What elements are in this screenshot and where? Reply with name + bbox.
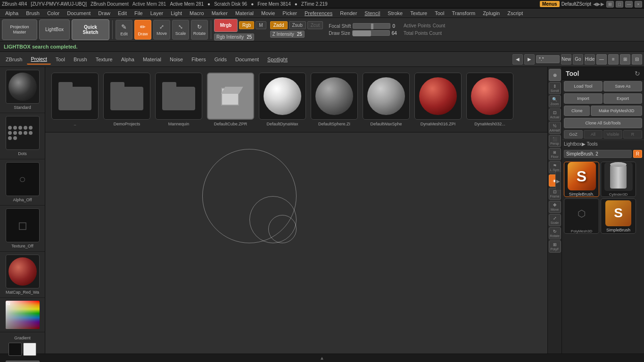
lightbox-dynawax-item[interactable]: DefaultDynaWax [256, 71, 308, 128]
lightbox-cube-item[interactable]: DefaultCube.ZPR [205, 71, 256, 128]
alpha-off-item[interactable]: ○ Alpha_Off [0, 159, 45, 206]
zoom-indicator[interactable]: ⊕ [549, 69, 561, 81]
clone-button[interactable]: Clone [564, 106, 590, 116]
r-badge[interactable]: R [633, 150, 642, 158]
persp-button[interactable]: ⬛ Persp [549, 135, 561, 147]
lightbox-mannequin-item[interactable]: Mannequin [153, 71, 205, 128]
gradient-item[interactable]: Gradient [0, 332, 45, 359]
view-btn-2[interactable]: ≡ [608, 54, 619, 65]
rotate-right-button[interactable]: ↻ Rotate [549, 227, 561, 239]
menu-color[interactable]: Color [44, 9, 63, 17]
aahalf-button[interactable]: ½ AAHalf [549, 122, 561, 134]
quick-sketch-button[interactable]: QuickSketch [72, 19, 109, 40]
lightbox-dynamesh032-item[interactable]: DynaMesh032... [464, 71, 516, 128]
switch-color-item[interactable]: SwitchColor [0, 359, 45, 362]
window-btn-3[interactable]: — [625, 1, 633, 8]
z-intensity-control[interactable]: Z Intensity 25 [270, 31, 305, 38]
menu-transform[interactable]: Transform [448, 9, 479, 17]
draw-button[interactable]: ✏ Draw [134, 20, 151, 40]
go-button[interactable]: Go [573, 54, 583, 65]
zadd-button[interactable]: Zadd [270, 21, 288, 29]
clone-all-button[interactable]: Clone All SubTools [564, 118, 642, 128]
menu-movie[interactable]: Movie [258, 9, 278, 17]
standard-material-item[interactable]: Standard [0, 67, 45, 113]
r-button[interactable]: R [623, 130, 642, 139]
move-right-button[interactable]: ✥ Move [549, 201, 561, 213]
menu-zscript[interactable]: Zscript [504, 9, 526, 17]
view-btn-4[interactable]: ⊟ [632, 54, 642, 65]
make-polymesh-button[interactable]: Make PolyMesh3D [591, 106, 642, 116]
menu-stencil[interactable]: Stencil [361, 9, 383, 17]
scroll-button[interactable]: ⇕ Scroll [549, 82, 561, 94]
m-button[interactable]: M [256, 21, 266, 29]
texture-off-item[interactable]: ◻ Texture_Off [0, 206, 45, 252]
canvas-area[interactable] [45, 132, 547, 354]
zcut-button[interactable]: Zcut [307, 21, 323, 29]
all-button[interactable]: All [584, 130, 603, 139]
polyf-button[interactable]: ⊞ PolyF [549, 240, 561, 253]
menu-texture[interactable]: Texture [407, 9, 430, 17]
window-btn-4[interactable]: × [635, 1, 642, 8]
collapse-panel-button[interactable]: ▶ [555, 172, 561, 190]
menu-picker[interactable]: Picker [279, 9, 300, 17]
simplebrush2-tool-item[interactable]: S SimpleBrush [601, 198, 636, 234]
hide-button[interactable]: Hide [585, 54, 595, 65]
projection-master-button[interactable]: ProjectionMaster [2, 19, 37, 40]
edit-button[interactable]: ✎ Edit [116, 20, 132, 40]
tab-tool[interactable]: Tool [52, 55, 69, 64]
lightbox-waxsphere-item[interactable]: DefaultWaxSphe [360, 71, 412, 128]
view-btn-3[interactable]: ⊞ [620, 54, 630, 65]
zoom-button[interactable]: 🔍 Zoom [549, 95, 561, 107]
menu-marker[interactable]: Marker [208, 9, 231, 17]
visible-button[interactable]: Visible [603, 130, 622, 139]
tab-document[interactable]: Document [231, 55, 263, 64]
menu-tool[interactable]: Tool [431, 9, 447, 17]
lightbox-sphere-item[interactable]: DefaultSphere.ZI [308, 71, 360, 128]
move-button[interactable]: ⤢ Move [153, 20, 170, 40]
scale-right-button[interactable]: ⤢ Scale [549, 214, 561, 226]
lightbox-dynamesh016-item[interactable]: DynaMesh016.ZPI [412, 71, 464, 128]
lightbox-button[interactable]: LightBox [39, 19, 70, 40]
swatch-white[interactable] [23, 343, 36, 356]
tab-zbrush[interactable]: ZBrush [2, 55, 26, 64]
goz-button[interactable]: GoZ [564, 130, 583, 139]
color-picker-item[interactable] [0, 298, 45, 332]
menu-draw[interactable]: Draw [95, 9, 114, 17]
lightbox-demo-item[interactable]: DemoProjects [101, 71, 153, 128]
cylinder3d-tool-item[interactable]: Cylinder3D [601, 162, 636, 197]
window-btn-1[interactable]: ⊞ [606, 1, 614, 8]
tab-noise[interactable]: Noise [166, 55, 187, 64]
polymesh3d-tool-item[interactable]: ⬡ PolyMesh3D [564, 198, 599, 234]
menu-file[interactable]: File [131, 9, 146, 17]
mrgb-button[interactable]: Mrgb [214, 19, 238, 32]
simplebrush-tool-item[interactable]: S SimpleBrush. [564, 162, 599, 197]
save-as-button[interactable]: Save As [603, 81, 642, 91]
matcap-item[interactable]: MatCap_Red_Wa [0, 252, 45, 298]
menu-material[interactable]: Material [232, 9, 257, 17]
search-input[interactable] [536, 55, 560, 63]
menu-light[interactable]: Light [167, 9, 185, 17]
import-button[interactable]: Import [564, 93, 603, 104]
floor-button[interactable]: ⊞ Floor [549, 148, 561, 160]
tab-texture[interactable]: Texture [92, 55, 116, 64]
menu-render[interactable]: Render [337, 9, 360, 17]
tab-grids[interactable]: Grids [211, 55, 231, 64]
menu-preferences[interactable]: Preferences [301, 9, 336, 17]
menu-brush[interactable]: Brush [23, 9, 43, 17]
menu-edit[interactable]: Edit [115, 9, 130, 17]
menu-alpha[interactable]: Alpha [2, 9, 22, 17]
new-button[interactable]: New [561, 54, 571, 65]
window-btn-2[interactable]: □ [616, 1, 623, 8]
rotate-button[interactable]: ↻ Rotate [191, 20, 208, 40]
menus-button[interactable]: Menus [540, 1, 560, 7]
tab-spotlight[interactable]: Spotlight [264, 55, 291, 64]
tab-material[interactable]: Material [139, 55, 165, 64]
lightbox-tools-label[interactable]: Lightbox▶ Tools [562, 140, 644, 148]
swatch-black[interactable] [8, 343, 22, 356]
tab-brush[interactable]: Brush [70, 55, 91, 64]
tab-project[interactable]: Project [27, 54, 50, 65]
menu-macro[interactable]: Macro [186, 9, 207, 17]
dots-brush-item[interactable]: Dots [0, 113, 45, 159]
scale-button[interactable]: ⤡ Scale [172, 20, 189, 40]
nav-left-button[interactable]: ◀ [512, 54, 523, 65]
